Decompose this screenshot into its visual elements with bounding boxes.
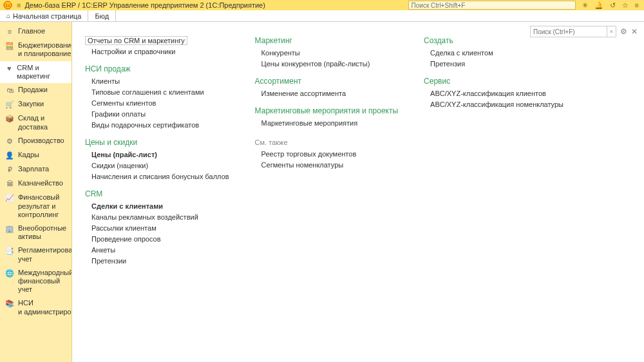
link-crm-2[interactable]: Рассылки клиентам — [85, 224, 229, 233]
sidebar-label: Регламентированный учет — [18, 246, 72, 263]
sidebar-item-10[interactable]: 📈Финансовый результат и контроллинг — [0, 191, 71, 222]
group-create[interactable]: Создать — [424, 36, 564, 45]
link-mktev-0[interactable]: Маркетинговые мероприятия — [255, 119, 399, 128]
window-title: Демо-база ERP / 1C:ERP Управление предпр… — [24, 1, 404, 9]
link-sa-1[interactable]: Сегменты номенклатуры — [255, 160, 399, 169]
link-top-1[interactable]: Настройки и справочники — [85, 47, 229, 56]
sidebar-label: Бюджетирование и планирование — [18, 41, 72, 58]
sidebar-label: Финансовый результат и контроллинг — [18, 193, 68, 219]
group-assort[interactable]: Ассортимент — [255, 77, 399, 86]
sidebar-icon: 🧮 — [5, 42, 14, 50]
app-logo: 1c — [3, 0, 13, 10]
sidebar-item-6[interactable]: ⚙Производство — [0, 134, 71, 148]
group-service[interactable]: Сервис — [424, 77, 564, 86]
link-mkt-0[interactable]: Конкуренты — [255, 48, 399, 57]
link-sa-0[interactable]: Реестр торговых документов — [255, 149, 399, 158]
main-panel: × ⚙ ✕ Отчеты по CRM и маркетингуНастройк… — [72, 22, 644, 362]
link-create-1[interactable]: Претензия — [424, 59, 564, 68]
group-prices[interactable]: Цены и скидки — [85, 138, 229, 147]
clear-search-icon[interactable]: × — [607, 26, 616, 37]
sidebar-item-14[interactable]: 📚НСИ и администрирование — [0, 296, 71, 318]
link-svc-1[interactable]: ABC/XYZ-классификация номенклатуры — [424, 100, 564, 109]
sidebar-icon: ₽ — [5, 166, 14, 174]
group-marketing[interactable]: Маркетинг — [255, 36, 399, 45]
link-nsi-2[interactable]: Сегменты клиентов — [85, 99, 229, 108]
sidebar-label: Международный финансовый учет — [18, 269, 72, 294]
sidebar-label: Продажи — [18, 86, 48, 94]
sidebar-item-3[interactable]: 🛍Продажи — [0, 83, 71, 97]
link-crm-1[interactable]: Каналы рекламных воздействий — [85, 213, 229, 222]
sidebar-item-2[interactable]: ♥CRM и маркетинг — [0, 61, 71, 83]
sidebar-icon: 📈 — [5, 194, 14, 202]
link-create-0[interactable]: Сделка с клиентом — [424, 48, 564, 57]
sidebar-item-8[interactable]: ₽Зарплата — [0, 162, 71, 176]
sidebar-icon: 🌐 — [5, 269, 14, 278]
sidebar-icon: ≡ — [5, 28, 14, 36]
link-nsi-0[interactable]: Клиенты — [85, 77, 229, 86]
tab-label: Бюд — [95, 12, 109, 20]
sidebar-item-9[interactable]: 🏛Казначейство — [0, 176, 71, 191]
sidebar-item-11[interactable]: 🏢Внеоборотные активы — [0, 222, 71, 243]
panel-toolbar: × ⚙ ✕ — [530, 26, 638, 37]
column-1: Отчеты по CRM и маркетингуНастройки и сп… — [85, 36, 229, 265]
column-3: СоздатьСделка с клиентомПретензияСервисA… — [424, 36, 564, 265]
column-2: МаркетингКонкурентыЦены конкурентов (пра… — [255, 36, 399, 265]
sidebar-label: НСИ и администрирование — [18, 299, 72, 316]
history-icon[interactable]: ↺ — [610, 1, 616, 10]
gear-icon[interactable]: ⚙ — [620, 27, 627, 36]
sidebar-item-7[interactable]: 👤Кадры — [0, 148, 71, 162]
sidebar-label: Кадры — [18, 151, 39, 159]
tabbar: ⌂ Начальная страница Бюд — [0, 10, 644, 22]
sidebar-item-1[interactable]: 🧮Бюджетирование и планирование — [0, 39, 71, 61]
hamburger-icon[interactable]: ≡ — [17, 1, 21, 9]
sidebar-item-4[interactable]: 🛒Закупки — [0, 97, 71, 111]
link-price-2[interactable]: Начисления и списания бонусных баллов — [85, 172, 229, 181]
group-crm[interactable]: CRM — [85, 189, 229, 198]
group-mkt-events[interactable]: Маркетинговые мероприятия и проекты — [255, 106, 399, 115]
sidebar-icon: 👤 — [5, 151, 14, 160]
link-crm-3[interactable]: Проведение опросов — [85, 234, 229, 243]
star-icon[interactable]: ☆ — [622, 1, 629, 10]
link-crm-0[interactable]: Сделки с клиентами — [85, 202, 229, 211]
bell-icon[interactable]: 🔔 — [594, 1, 603, 10]
link-crm-5[interactable]: Претензии — [85, 256, 229, 265]
link-price-1[interactable]: Скидки (наценки) — [85, 161, 229, 170]
link-nsi-3[interactable]: Графики оплаты — [85, 110, 229, 119]
svg-text:1c: 1c — [5, 3, 10, 8]
sidebar-item-12[interactable]: 📑Регламентированный учет — [0, 243, 71, 265]
sidebar-icon: 🛍 — [5, 86, 14, 95]
sidebar-label: CRM и маркетинг — [17, 64, 68, 81]
link-svc-0[interactable]: ABC/XYZ-классификация клиентов — [424, 89, 564, 98]
sidebar-icon: 🏢 — [5, 225, 14, 233]
sidebar-icon: ⚙ — [5, 137, 14, 146]
link-crm-4[interactable]: Анкеты — [85, 245, 229, 254]
link-price-0[interactable]: Цены (прайс-лист) — [85, 150, 229, 159]
link-asrt-0[interactable]: Изменение ассортимента — [255, 89, 399, 98]
link-mkt-1[interactable]: Цены конкурентов (прайс-листы) — [255, 59, 399, 68]
sidebar-item-13[interactable]: 🌐Международный финансовый учет — [0, 266, 71, 297]
tab-budget[interactable]: Бюд — [88, 10, 116, 21]
tab-label: Начальная страница — [13, 12, 81, 20]
link-nsi-4[interactable]: Виды подарочных сертификатов — [85, 120, 229, 129]
sidebar-item-5[interactable]: 📦Склад и доставка — [0, 111, 71, 133]
sidebar-label: Склад и доставка — [18, 114, 68, 131]
sidebar-icon: ♥ — [5, 64, 13, 73]
sidebar-item-0[interactable]: ≡Главное — [0, 24, 71, 39]
sidebar-icon: 🛒 — [5, 100, 14, 109]
link-nsi-1[interactable]: Типовые соглашения с клиентами — [85, 88, 229, 97]
sun-icon[interactable]: ✳ — [582, 1, 588, 10]
close-icon[interactable]: ✕ — [631, 27, 638, 36]
tab-home[interactable]: ⌂ Начальная страница — [0, 10, 88, 21]
global-search-input[interactable] — [408, 1, 576, 10]
sidebar-icon: 🏛 — [5, 180, 14, 188]
link-top-0[interactable]: Отчеты по CRM и маркетингу — [85, 36, 187, 45]
sidebar-label: Казначейство — [18, 179, 63, 187]
titlebar: 1c ≡ Демо-база ERP / 1C:ERP Управление п… — [0, 0, 644, 10]
panel-search-input[interactable] — [530, 26, 607, 37]
menu-icon[interactable]: ≡ — [635, 1, 639, 9]
sidebar-label: Зарплата — [18, 165, 49, 173]
sidebar-icon: 📚 — [5, 300, 14, 308]
home-icon: ⌂ — [6, 12, 10, 19]
group-nsi[interactable]: НСИ продаж — [85, 64, 229, 73]
sidebar-icon: 📑 — [5, 247, 14, 255]
